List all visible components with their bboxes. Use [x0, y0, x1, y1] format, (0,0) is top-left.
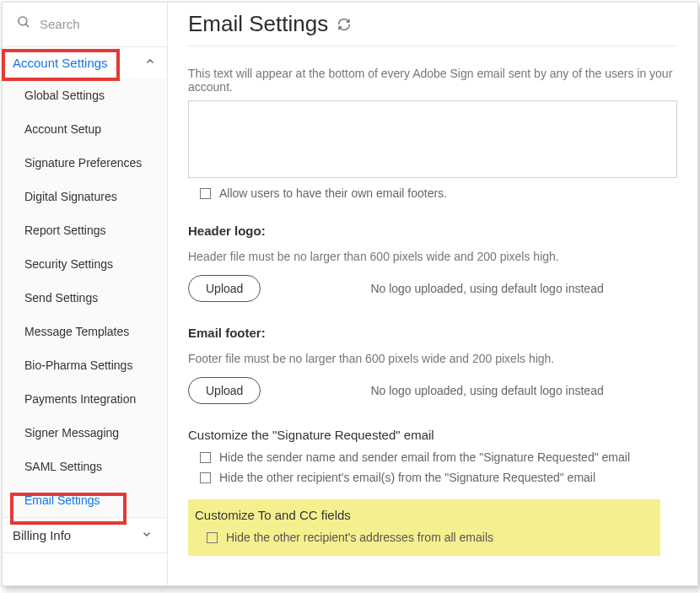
page-title: Email Settings	[188, 11, 677, 46]
billing-info-label: Billing Info	[13, 528, 71, 542]
allow-own-footers-row[interactable]: Allow users to have their own email foot…	[188, 186, 677, 200]
sidebar-item-bio-pharma-settings[interactable]: Bio-Pharma Settings	[3, 348, 167, 382]
header-logo-title: Header logo:	[188, 224, 677, 238]
svg-point-0	[19, 17, 27, 25]
sidebar-item-signature-preferences[interactable]: Signature Preferences	[3, 146, 167, 180]
chevron-down-icon	[142, 529, 152, 542]
to-cc-highlight-block: Customize To and CC fields Hide the othe…	[188, 499, 660, 556]
sidebar-item-signer-messaging[interactable]: Signer Messaging	[3, 416, 167, 450]
account-settings-subitems: Global Settings Account Setup Signature …	[3, 78, 167, 517]
sidebar-item-security-settings[interactable]: Security Settings	[3, 247, 167, 281]
header-logo-hint: Header file must be no larger than 600 p…	[188, 250, 677, 263]
search-box[interactable]: Search	[3, 3, 167, 47]
chevron-up-icon	[145, 57, 155, 69]
sidebar-item-account-setup[interactable]: Account Setup	[3, 112, 167, 146]
to-cc-title: Customize To and CC fields	[195, 508, 649, 522]
search-icon	[16, 14, 31, 33]
checkbox-icon	[207, 532, 218, 543]
sig-requested-hide-recipients-row[interactable]: Hide the other recipient's email(s) from…	[188, 471, 677, 484]
email-footer-hint: Footer file must be no larger than 600 p…	[188, 352, 677, 365]
search-placeholder: Search	[40, 17, 80, 31]
sidebar-item-report-settings[interactable]: Report Settings	[3, 213, 167, 247]
header-logo-upload-button[interactable]: Upload	[188, 275, 261, 302]
sig-requested-opt2-label: Hide the other recipient's email(s) from…	[219, 471, 595, 484]
sig-requested-hide-sender-row[interactable]: Hide the sender name and sender email fr…	[188, 450, 677, 464]
email-footer-upload-button[interactable]: Upload	[188, 377, 261, 404]
page-title-text: Email Settings	[188, 11, 328, 37]
sidebar-item-email-settings[interactable]: Email Settings	[3, 483, 167, 517]
footer-help-text: This text will appear at the bottom of e…	[188, 67, 677, 94]
to-cc-opt1-label: Hide the other recipient's addresses fro…	[226, 531, 493, 544]
sidebar-item-payments-integration[interactable]: Payments Integration	[3, 382, 167, 416]
sig-requested-opt1-label: Hide the sender name and sender email fr…	[219, 450, 630, 464]
refresh-icon[interactable]	[337, 17, 352, 32]
svg-line-1	[25, 24, 29, 27]
billing-info-header[interactable]: Billing Info	[3, 517, 167, 553]
checkbox-icon	[200, 472, 211, 483]
footer-text-input[interactable]	[188, 100, 677, 178]
to-cc-hide-recipients-row[interactable]: Hide the other recipient's addresses fro…	[195, 531, 649, 544]
sidebar-item-message-templates[interactable]: Message Templates	[3, 315, 167, 348]
checkbox-icon	[200, 452, 211, 463]
sidebar-item-send-settings[interactable]: Send Settings	[3, 281, 167, 315]
header-logo-status: No logo uploaded, using default logo ins…	[370, 282, 603, 295]
sig-requested-title: Customize the "Signature Requested" emai…	[188, 428, 677, 442]
allow-own-footers-label: Allow users to have their own email foot…	[219, 186, 447, 200]
sidebar-item-saml-settings[interactable]: SAML Settings	[3, 450, 167, 483]
account-settings-header[interactable]: Account Settings	[3, 47, 167, 78]
main-content: Email Settings This text will appear at …	[168, 3, 697, 585]
sidebar-item-global-settings[interactable]: Global Settings	[3, 78, 167, 112]
email-footer-status: No logo uploaded, using default logo ins…	[370, 384, 603, 397]
sidebar: Search Account Settings Global Settings …	[3, 3, 168, 585]
email-footer-title: Email footer:	[188, 326, 677, 340]
account-settings-label: Account Settings	[13, 56, 108, 70]
checkbox-icon	[200, 188, 211, 199]
sidebar-item-digital-signatures[interactable]: Digital Signatures	[3, 180, 167, 213]
